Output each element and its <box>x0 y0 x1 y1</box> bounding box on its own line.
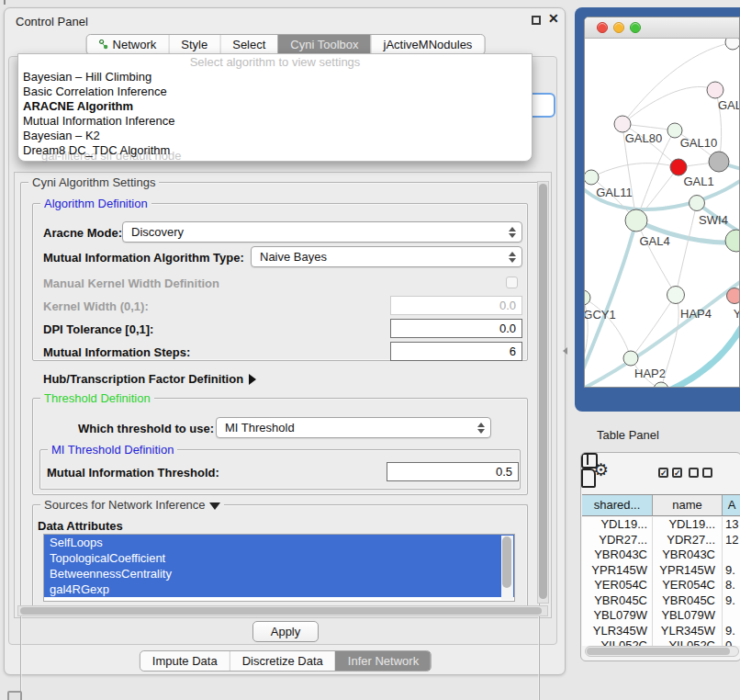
table-cell: 12 <box>723 533 740 548</box>
settings-vertical-scrollbar[interactable] <box>537 181 549 604</box>
aracne-mode-label: Aracne Mode: <box>43 226 122 240</box>
network-node[interactable] <box>654 382 668 388</box>
algorithm-option[interactable]: Basic Correlation Inference <box>18 85 532 99</box>
table-row[interactable]: YLR345WYLR345W9. <box>582 624 740 639</box>
edge-artifact <box>4 0 6 5</box>
window-title: Control Panel <box>16 15 88 28</box>
network-node[interactable] <box>725 39 740 50</box>
hub-definition-toggle[interactable]: Hub/Transcription Factor Definition <box>43 372 256 386</box>
table-row[interactable]: YBR043CYBR043C <box>582 548 740 563</box>
network-node-gal1[interactable] <box>670 159 687 175</box>
network-node-gal11[interactable] <box>585 170 599 185</box>
zoom-traffic-light[interactable] <box>630 22 641 33</box>
node-label: HAP4 <box>680 307 712 321</box>
tab-cyni-toolbox[interactable]: Cyni Toolbox <box>277 35 370 54</box>
mi-algorithm-type-combobox[interactable]: Naive Bayes <box>251 246 522 267</box>
manual-kernel-width-checkbox[interactable] <box>506 277 518 288</box>
table-panel-card: ⚙ ✓ ✓ shared...nameA YDL19...YDL19...13Y… <box>580 452 740 661</box>
table-row[interactable]: YDR27...YDR27...12 <box>582 533 740 548</box>
data-attribute-item[interactable]: gal4RGexp <box>44 581 514 597</box>
table-settings-gear-icon[interactable]: ⚙ <box>593 459 609 480</box>
network-node-hap4[interactable] <box>667 287 685 304</box>
data-attributes-label: Data Attributes <box>38 519 123 533</box>
float-window-icon[interactable] <box>532 16 541 25</box>
minimize-traffic-light[interactable] <box>613 22 624 33</box>
network-node-gcy1[interactable] <box>585 290 590 305</box>
algorithm-option[interactable]: Bayesian – K2 <box>18 129 532 143</box>
tab-label: Discretize Data <box>242 651 323 671</box>
tab-discretize-data[interactable]: Discretize Data <box>230 651 335 671</box>
aracne-mode-combobox[interactable]: Discovery <box>122 221 522 243</box>
table-row[interactable]: YIL052CYIL052C0. <box>582 638 740 646</box>
algorithm-option[interactable]: Mutual Information Inference <box>18 114 532 129</box>
tab-style[interactable]: Style <box>168 35 219 54</box>
which-threshold-combobox[interactable]: MI Threshold <box>216 417 491 438</box>
column-header[interactable]: name <box>653 495 723 515</box>
select-all-checkbox-icon[interactable]: ✓ <box>672 468 682 478</box>
close-icon[interactable]: ✕ <box>548 11 559 26</box>
tab-label: Network <box>113 35 157 54</box>
splitpane-collapse-icon[interactable] <box>563 347 567 355</box>
node-label: GCY1 <box>585 308 616 322</box>
table-cell: YBR045C <box>653 593 723 609</box>
node-label: GAL4 <box>639 234 669 248</box>
network-node-gal[interactable] <box>707 82 723 98</box>
column-header[interactable]: A <box>723 495 740 515</box>
data-attribute-item[interactable]: BetweennessCentrality <box>44 566 514 581</box>
network-node-gal4[interactable] <box>625 209 647 231</box>
table-cell: YDR27... <box>653 533 723 548</box>
kernel-width-field[interactable]: 0.0 <box>390 296 522 315</box>
algorithm-dropdown-popup: Select algorithm to view settings Bayesi… <box>17 53 533 162</box>
table-horizontal-scrollbar[interactable] <box>585 646 739 657</box>
algorithm-option[interactable]: Dream8 DC_TDC Algorithm <box>18 143 532 158</box>
algorithm-option[interactable]: ARACNE Algorithm <box>18 99 532 114</box>
data-attribute-item[interactable]: SelfLoops <box>44 535 514 550</box>
table-cell: 9. <box>723 563 740 579</box>
tab-infer-network[interactable]: Infer Network <box>335 651 431 671</box>
network-view-window[interactable]: GAL80GAL10GAL1GALGAL11SWI4GAL4GCY1HAP4YH… <box>584 17 740 388</box>
network-nodes[interactable]: GAL80GAL10GAL1GALGAL11SWI4GAL4GCY1HAP4YH… <box>585 39 740 388</box>
minimized-panel-icon[interactable] <box>7 691 22 700</box>
hub-definition-label: Hub/Transcription Factor Definition <box>43 372 243 386</box>
node-label: GAL1 <box>683 175 713 188</box>
network-icon <box>99 40 109 50</box>
apply-button[interactable]: Apply <box>252 621 319 642</box>
network-node[interactable] <box>709 152 729 172</box>
deselect-all-checkbox-icon[interactable] <box>689 468 699 478</box>
sources-title: Sources for Network Inference <box>44 498 206 512</box>
data-attributes-list[interactable]: SelfLoopsTopologicalCoefficientBetweenne… <box>43 534 515 602</box>
node-label: HAP2 <box>634 367 666 380</box>
column-header[interactable]: shared... <box>582 495 653 515</box>
deselect-all-checkbox-icon[interactable] <box>702 468 712 478</box>
screen: Control Panel ✕ Network Style Select Cyn… <box>0 0 740 700</box>
table-row[interactable]: YPR145WYPR145W9. <box>582 563 740 579</box>
tab-jactivemnodules[interactable]: jActiveMNodules <box>371 35 485 54</box>
select-all-checkbox-icon[interactable]: ✓ <box>658 468 668 478</box>
tab-select[interactable]: Select <box>219 35 277 54</box>
table-cell: YPR145W <box>582 563 653 579</box>
mi-threshold-field[interactable]: 0.5 <box>387 462 519 481</box>
node-label: Y <box>734 307 740 321</box>
table-row[interactable]: YDL19...YDL19...13 <box>582 517 740 533</box>
table-row[interactable]: YER054CYER054C8. <box>582 578 740 593</box>
table-row[interactable]: YBL079WYBL079W <box>582 608 740 624</box>
mi-steps-field[interactable]: 6 <box>390 342 522 361</box>
table-cell: 9. <box>723 593 740 609</box>
network-node-swi4[interactable] <box>690 196 705 211</box>
dropdown-prompt: Select algorithm to view settings <box>18 54 532 70</box>
network-node-hap2[interactable] <box>623 351 638 366</box>
attributes-list-scrollbar[interactable] <box>501 536 513 600</box>
data-attribute-item[interactable]: TopologicalCoefficient <box>44 550 514 566</box>
dpi-tolerance-field[interactable]: 0.0 <box>390 319 522 338</box>
network-node[interactable] <box>725 230 740 252</box>
sources-toggle[interactable]: Sources for Network Inference <box>40 498 224 512</box>
network-canvas[interactable]: GAL80GAL10GAL1GALGAL11SWI4GAL4GCY1HAP4YH… <box>585 39 740 388</box>
tab-network[interactable]: Network <box>87 35 169 54</box>
tab-impute-data[interactable]: Impute Data <box>140 651 230 671</box>
network-node-gal80[interactable] <box>614 116 631 132</box>
close-traffic-light[interactable] <box>597 22 608 33</box>
settings-horizontal-scrollbar[interactable] <box>17 605 548 616</box>
algorithm-option[interactable]: Bayesian – Hill Climbing <box>18 70 532 85</box>
network-node-y[interactable] <box>727 288 740 304</box>
table-row[interactable]: YBR045CYBR045C9. <box>582 593 740 609</box>
